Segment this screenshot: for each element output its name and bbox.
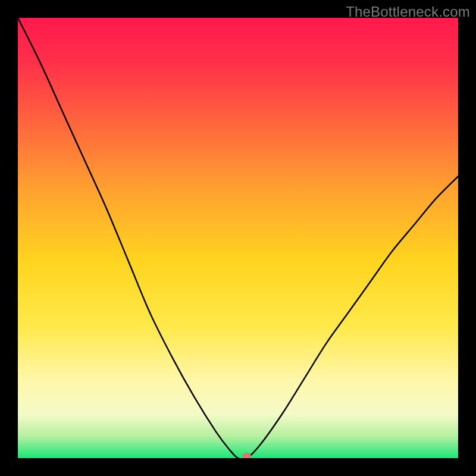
chart-frame: TheBottleneck.com [0, 0, 476, 476]
gradient-background [18, 18, 458, 458]
plot-area [18, 18, 458, 458]
bottleneck-chart [18, 18, 458, 458]
